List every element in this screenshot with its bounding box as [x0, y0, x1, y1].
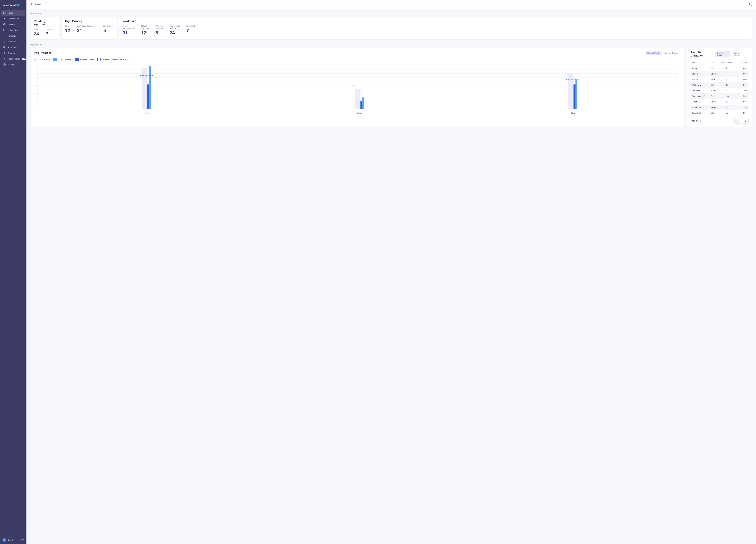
- utilization-row: Pod Progress Current Month Current Quart…: [30, 48, 752, 127]
- user-name: Joe C.: [8, 539, 14, 541]
- cell-utilization: 55%: [736, 99, 749, 105]
- sidebar-item-home[interactable]: Home: [1, 10, 25, 16]
- metric: % of Active Requisitions31: [77, 25, 96, 33]
- cell-utilization: 55%: [736, 110, 749, 116]
- sidebar-item-label: Settings: [8, 64, 15, 66]
- cell-utilization: 55%: [736, 93, 749, 99]
- overview-cards: Pending Approval Total24Not Started7 Hig…: [30, 17, 752, 40]
- toggle-pod-progress: Current Month Current Quarter: [645, 51, 681, 55]
- y-tick: 30: [34, 96, 38, 98]
- check-list-icon: [3, 46, 6, 49]
- cell-pod: G&A: [709, 82, 719, 88]
- cell-net_capacity: 40: [719, 77, 736, 82]
- cell-name: Elwood J.: [691, 77, 709, 82]
- pager-prev[interactable]: [734, 118, 741, 124]
- metric-value: 31: [123, 31, 135, 35]
- table-row[interactable]: Constantine V.Tech15055%: [691, 93, 749, 99]
- card-title: Workload: [123, 20, 749, 23]
- brand-suffix: 365: [16, 4, 20, 7]
- cell-name: Joseph W.: [691, 110, 709, 116]
- pager-next[interactable]: [742, 118, 749, 124]
- search-icon[interactable]: [749, 3, 752, 6]
- table-row[interactable]: Donnell B.Sales2070%: [691, 88, 749, 93]
- sidebar-item-hiring-plan[interactable]: Hiring Plan: [1, 27, 25, 33]
- toggle-current-month[interactable]: Current Month: [715, 51, 730, 57]
- sidebar-item-high-priority[interactable]: High Priority: [1, 16, 25, 21]
- sidebar-item-reports[interactable]: Reports: [1, 50, 25, 56]
- y-tick: 80: [34, 77, 38, 78]
- avatar[interactable]: JC: [2, 538, 6, 542]
- sidebar-item-approvals[interactable]: Approvals: [1, 44, 25, 50]
- metric: Upcoming Searches5: [155, 25, 164, 35]
- cell-net_capacity: 33: [719, 105, 736, 110]
- card-title: High Priority: [65, 20, 113, 23]
- cell-name: Sandra H.: [691, 71, 709, 77]
- sidebar-item-settings[interactable]: Settings: [1, 62, 25, 67]
- table-row[interactable]: Jamal H.Tech10100%: [691, 65, 749, 71]
- table-row[interactable]: Marcus M.Sales3355%: [691, 105, 749, 110]
- card-high-priority[interactable]: High Priority Total12% of Active Requisi…: [62, 17, 117, 40]
- cell-utilization: 80%: [736, 82, 749, 88]
- bar-accepted: [360, 101, 362, 109]
- target-line: [140, 75, 153, 76]
- sidebar-item-requests[interactable]: Requests: [1, 39, 25, 44]
- sidebar-item-forecast[interactable]: Forecast: [1, 33, 25, 39]
- col-utilization[interactable]: Utlization: [736, 60, 749, 65]
- card-pending-approval[interactable]: Pending Approval Total24Not Started7: [30, 17, 59, 40]
- col-net-capacity[interactable]: Net Capacity: [719, 60, 736, 65]
- table-row[interactable]: Eileen Z.Sales4255%: [691, 99, 749, 105]
- nav: HomeHigh PriorityWorkloadHiring PlanFore…: [0, 10, 26, 536]
- bar-capacity: [142, 68, 147, 109]
- x-label: Tech: [40, 110, 253, 115]
- bar-offers-expected: [149, 66, 151, 109]
- cell-name: Constantine V.: [691, 93, 709, 99]
- y-tick: 90: [34, 73, 38, 75]
- sliders-icon: [3, 57, 6, 60]
- cell-net_capacity: 20: [719, 88, 736, 93]
- legend-offers-expected: Offers Expected: [53, 58, 72, 61]
- bar-capacity: [355, 89, 360, 109]
- legend-capacity: Pod Capacity: [34, 58, 50, 61]
- toggle-recruiter: Current Month Current Quarter: [715, 51, 749, 57]
- metric: Reopened7: [186, 25, 195, 35]
- col-pod[interactable]: Pod: [709, 60, 719, 65]
- y-tick: 50: [34, 88, 38, 90]
- metric-value: 24: [170, 31, 180, 35]
- cell-pod: Tech: [709, 93, 719, 99]
- toggle-current-month[interactable]: Current Month: [645, 51, 662, 55]
- brand-logo: headcount365: [0, 0, 26, 10]
- metric-value: 7: [186, 28, 195, 33]
- card-workload[interactable]: Workload Missed Recruiting Start31Missed…: [119, 17, 752, 40]
- toggle-current-quarter[interactable]: Current Quarter: [732, 51, 749, 57]
- toggle-current-quarter[interactable]: Current Quarter: [663, 51, 681, 55]
- swatch-icon: [97, 58, 101, 61]
- sidebar-item-label: Reports: [8, 52, 15, 54]
- table-row[interactable]: Sandra H.Sales790%: [691, 71, 749, 77]
- bar-group-sales: [355, 64, 364, 109]
- col-name[interactable]: Name: [691, 60, 709, 65]
- content: OVERVIEW Pending Approval Total24Not Sta…: [26, 9, 756, 131]
- table-row[interactable]: Elwood J.G&A4080%: [691, 77, 749, 82]
- sidebar-item-workload[interactable]: Workload: [1, 21, 25, 27]
- bar-group-tech: [142, 64, 151, 109]
- metric-label: Reopened: [186, 25, 195, 27]
- cell-name: Eileen Z.: [691, 99, 709, 105]
- sidebar-item-reconciliation[interactable]: Reconciliation500: [1, 56, 25, 62]
- bar-chart-icon: [3, 52, 6, 54]
- gauge-icon: [3, 23, 6, 26]
- y-tick: 40: [34, 92, 38, 94]
- y-tick: 20: [34, 100, 38, 102]
- table-row[interactable]: Whitney M.G&A1280%: [691, 82, 749, 88]
- metric: Recruiter Not Assigned24: [170, 25, 180, 35]
- sidebar-item-label: Reconciliation: [8, 58, 20, 60]
- sidebar-footer: JC Joe C.: [2, 536, 25, 544]
- cell-pod: G&A: [709, 110, 719, 116]
- book-icon: [3, 29, 6, 31]
- metric-value: 5: [155, 31, 164, 35]
- sidebar-item-label: Forecast: [8, 35, 16, 37]
- logout-icon[interactable]: [21, 538, 24, 542]
- table-row[interactable]: Joseph W.G&A2055%: [691, 110, 749, 116]
- gear-icon: [3, 63, 6, 66]
- swatch-icon: [53, 58, 57, 61]
- target-line: [353, 85, 366, 85]
